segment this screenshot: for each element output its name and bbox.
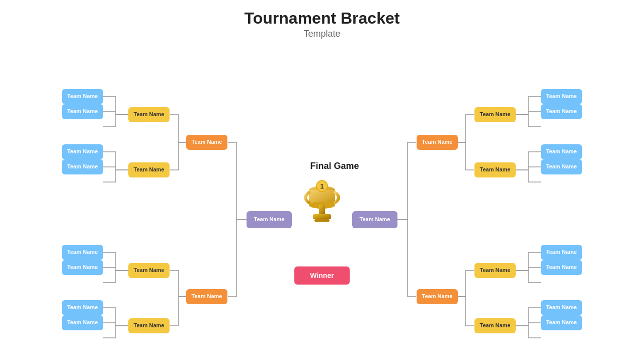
team-box[interactable]: Team Name xyxy=(128,318,170,333)
team-box[interactable]: Team Name xyxy=(128,263,170,278)
team-box[interactable]: Team Name xyxy=(474,263,516,278)
final-game-label: Final Game xyxy=(297,161,372,171)
team-box[interactable]: Team Name xyxy=(128,162,170,177)
trophy-icon: 1 xyxy=(299,175,345,227)
team-box[interactable]: Team Name xyxy=(541,315,582,330)
team-box[interactable]: Team Name xyxy=(62,300,103,315)
team-box[interactable]: Team Name xyxy=(474,162,516,177)
team-box[interactable]: Team Name xyxy=(62,89,103,104)
team-box[interactable]: Team Name xyxy=(62,315,103,330)
page-header: Tournament Bracket Template xyxy=(0,0,644,39)
finalist-left[interactable]: Team Name xyxy=(247,211,292,228)
trophy-svg: 1 xyxy=(299,175,345,225)
team-box[interactable]: Team Name xyxy=(62,144,103,159)
team-box[interactable]: Team Name xyxy=(417,289,458,304)
team-box[interactable]: Team Name xyxy=(474,107,516,122)
team-box[interactable]: Team Name xyxy=(541,104,582,119)
team-box[interactable]: Team Name xyxy=(541,260,582,275)
svg-rect-5 xyxy=(314,219,330,222)
team-box[interactable]: Team Name xyxy=(474,318,516,333)
main-title: Tournament Bracket xyxy=(0,9,644,28)
winner-box[interactable]: Winner xyxy=(294,266,350,285)
team-box[interactable]: Team Name xyxy=(128,107,170,122)
team-box[interactable]: Team Name xyxy=(62,159,103,174)
svg-rect-4 xyxy=(313,214,331,219)
team-box[interactable]: Team Name xyxy=(541,300,582,315)
subtitle: Template xyxy=(0,29,644,39)
finalist-right[interactable]: Team Name xyxy=(352,211,397,228)
team-box[interactable]: Team Name xyxy=(186,289,227,304)
team-box[interactable]: Team Name xyxy=(541,144,582,159)
svg-text:1: 1 xyxy=(320,183,324,190)
svg-rect-3 xyxy=(319,205,325,214)
team-box[interactable]: Team Name xyxy=(541,159,582,174)
team-box[interactable]: Team Name xyxy=(541,89,582,104)
team-box[interactable]: Team Name xyxy=(62,260,103,275)
team-box[interactable]: Team Name xyxy=(62,245,103,260)
team-box[interactable]: Team Name xyxy=(541,245,582,260)
team-box[interactable]: Team Name xyxy=(62,104,103,119)
team-box[interactable]: Team Name xyxy=(186,135,227,150)
team-box[interactable]: Team Name xyxy=(417,135,458,150)
bracket-container: Team Name Team Name Team Name Team Name … xyxy=(0,40,644,357)
